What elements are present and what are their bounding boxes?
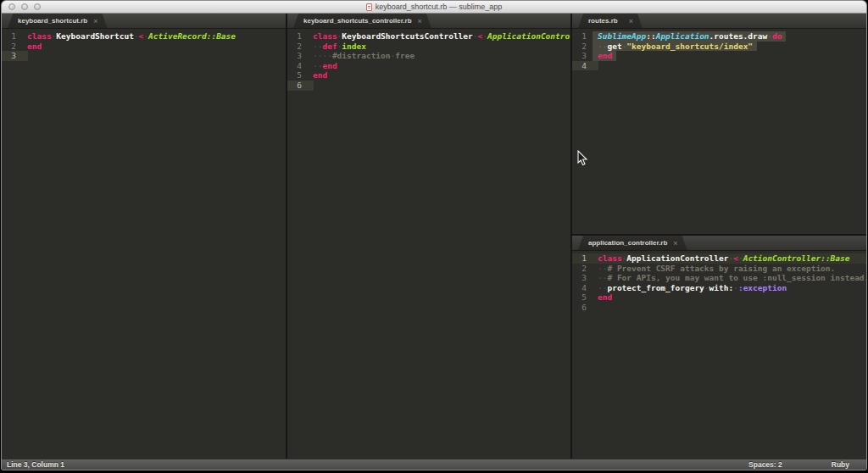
- code-text: class·KeyboardShortcutsController·<·Appl…: [308, 31, 570, 42]
- window-title: keyboard_shortcut.rb — sublime_app: [366, 3, 503, 11]
- indentation-setting[interactable]: Spaces: 2: [748, 460, 782, 469]
- line-number: 4: [572, 61, 593, 71]
- zoom-window-button[interactable]: [34, 3, 41, 10]
- line-number: 4: [287, 61, 308, 71]
- code-area[interactable]: 1class·KeyboardShortcutsController·<·App…: [287, 29, 570, 459]
- code-line: 4··protect_from_forgery·with:·:exception: [572, 283, 866, 293]
- tab-keyboard-shortcut[interactable]: keyboard_shortcut.rb ×: [8, 14, 108, 28]
- code-text: end: [593, 292, 612, 303]
- code-line: 3··# For APIs, you may want to use :null…: [572, 273, 866, 283]
- window-title-text: keyboard_shortcut.rb — sublime_app: [376, 3, 503, 11]
- tab-label: keyboard_shortcuts_controller.rb: [303, 17, 412, 25]
- line-number: 3: [287, 51, 308, 61]
- code-line: 6: [287, 81, 570, 91]
- line-number: 3: [2, 51, 22, 61]
- code-text: ··# Prevent CSRF attacks by raising an e…: [593, 264, 835, 274]
- code-text: end: [22, 42, 42, 52]
- tab-keyboard-shortcuts-controller[interactable]: keyboard_shortcuts_controller.rb ×: [293, 14, 431, 28]
- code-text: ··protect_from_forgery·with:·:exception: [593, 283, 787, 293]
- title-bar: keyboard_shortcut.rb — sublime_app: [2, 1, 866, 14]
- code-line: 5end: [287, 70, 570, 81]
- code-line: 1class·ApplicationController·<·ActionCon…: [572, 253, 866, 264]
- tab-bar: keyboard_shortcut.rb ×: [2, 14, 286, 29]
- line-number: 2: [572, 264, 593, 274]
- line-number: 3: [572, 51, 593, 61]
- status-bar: Line 3, Column 1 Spaces: 2 Ruby: [2, 459, 866, 470]
- line-number: 1: [572, 253, 593, 264]
- tab-close-icon[interactable]: ×: [673, 240, 677, 247]
- tab-label: keyboard_shortcut.rb: [18, 17, 87, 25]
- code-line: 2··def·index: [287, 42, 570, 52]
- tab-routes[interactable]: routes.rb ×: [578, 14, 643, 28]
- code-text: ··# For APIs, you may want to use :null_…: [593, 273, 866, 283]
- code-text: SublimeApp::Application.routes.draw·do: [593, 31, 786, 42]
- close-window-button[interactable]: [8, 3, 15, 10]
- code-text: ··get·"keyboard_shortcuts/index": [593, 42, 757, 52]
- line-number: 2: [572, 42, 593, 52]
- line-number: 1: [287, 31, 308, 42]
- pane-routes: routes.rb × 1SublimeApp::Application.rou…: [572, 14, 866, 236]
- code-text: [22, 51, 27, 61]
- code-area[interactable]: 1class·ApplicationController·<·ActionCon…: [572, 251, 866, 459]
- code-line: 1SublimeApp::Application.routes.draw·do: [572, 31, 866, 42]
- code-line: 3: [2, 51, 286, 61]
- tab-close-icon[interactable]: ×: [629, 18, 633, 25]
- code-line: 2··get·"keyboard_shortcuts/index": [572, 42, 866, 52]
- code-line: 2end: [2, 42, 286, 52]
- code-area[interactable]: 1class·KeyboardShortcut·<·ActiveRecord::…: [2, 29, 286, 459]
- cursor-position-label: Line 3, Column 1: [7, 460, 64, 469]
- code-line: 5end: [572, 292, 866, 303]
- line-number: 6: [572, 303, 593, 313]
- line-number: 5: [287, 70, 308, 81]
- code-text: [308, 81, 313, 91]
- tab-label: routes.rb: [588, 17, 618, 25]
- code-line: 4: [572, 61, 866, 71]
- tab-close-icon[interactable]: ×: [418, 18, 422, 25]
- tab-label: application_controller.rb: [588, 239, 667, 247]
- code-line: 3····#distraction·free: [287, 51, 570, 61]
- line-number: 5: [572, 292, 593, 303]
- code-area[interactable]: 1SublimeApp::Application.routes.draw·do2…: [572, 29, 866, 234]
- line-number: 1: [572, 31, 593, 42]
- code-line: 6: [572, 303, 866, 313]
- line-number: 1: [2, 31, 22, 42]
- line-number: 2: [287, 42, 308, 52]
- tab-close-icon[interactable]: ×: [93, 18, 97, 25]
- tab-application-controller[interactable]: application_controller.rb ×: [578, 236, 687, 250]
- editor-area: keyboard_shortcut.rb × 1class·KeyboardSh…: [2, 14, 866, 459]
- code-line: 3end: [572, 51, 866, 61]
- document-icon: [366, 3, 372, 11]
- code-text: class·ApplicationController·<·ActionCont…: [593, 253, 850, 264]
- code-text: [593, 61, 598, 71]
- line-number: 6: [287, 81, 308, 91]
- code-text: ····#distraction·free: [308, 51, 415, 61]
- pane-keyboard-shortcuts-controller: keyboard_shortcuts_controller.rb × 1clas…: [287, 14, 572, 459]
- code-text: end: [308, 70, 327, 81]
- line-number: 2: [2, 42, 22, 52]
- pane-application-controller: application_controller.rb × 1class·Appli…: [572, 236, 866, 459]
- code-line: 1class·KeyboardShortcutsController·<·App…: [287, 31, 570, 42]
- minimize-window-button[interactable]: [21, 3, 28, 10]
- right-column: routes.rb × 1SublimeApp::Application.rou…: [572, 14, 866, 459]
- line-number: 4: [572, 283, 593, 293]
- code-line: 2··# Prevent CSRF attacks by raising an …: [572, 264, 866, 274]
- code-line: 4··end: [287, 61, 570, 71]
- code-text: [593, 303, 598, 313]
- line-number: 3: [572, 273, 593, 283]
- tab-bar: routes.rb ×: [572, 14, 866, 29]
- tab-bar: keyboard_shortcuts_controller.rb ×: [287, 14, 570, 29]
- syntax-setting[interactable]: Ruby: [832, 460, 849, 469]
- code-line: 1class·KeyboardShortcut·<·ActiveRecord::…: [2, 31, 286, 42]
- code-text: class·KeyboardShortcut·<·ActiveRecord::B…: [22, 31, 236, 42]
- code-text: ··end: [308, 61, 337, 71]
- pane-keyboard-shortcut: keyboard_shortcut.rb × 1class·KeyboardSh…: [2, 14, 287, 459]
- sublime-window: keyboard_shortcut.rb — sublime_app keybo…: [2, 1, 866, 470]
- code-text: end: [593, 51, 616, 61]
- traffic-lights: [8, 3, 41, 10]
- tab-bar: application_controller.rb ×: [572, 236, 866, 251]
- code-text: ··def·index: [308, 42, 366, 52]
